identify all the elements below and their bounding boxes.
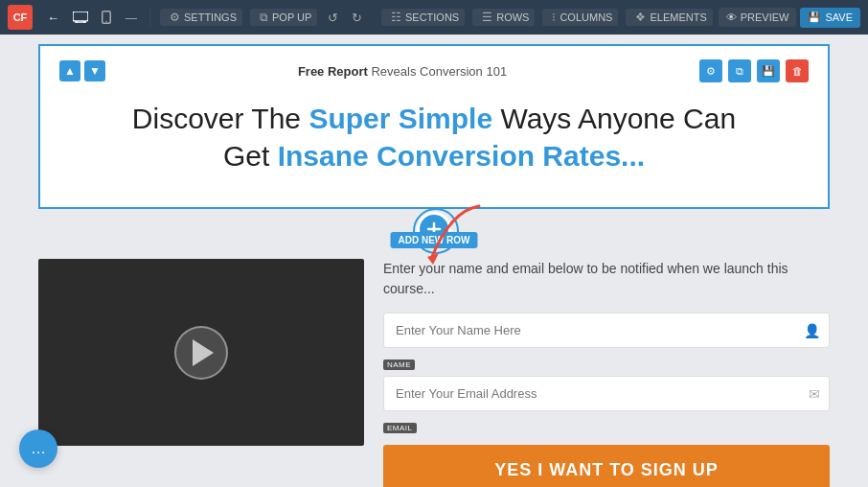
name-badge: NAME [383, 354, 830, 376]
chat-bubble[interactable]: … [19, 429, 57, 468]
add-row-area: ADD NEW ROW [38, 209, 830, 249]
svg-point-5 [105, 21, 107, 23]
redo-button[interactable]: ↻ [347, 8, 367, 28]
email-badge: EMAIL [383, 417, 830, 439]
section-arrows: ▲ ▼ [59, 60, 105, 81]
save-icon: 💾 [808, 12, 821, 24]
headline-section: ▲ ▼ Free Report Reveals Conversion 101 ⚙… [38, 44, 830, 209]
rows-icon: ☰ [482, 11, 492, 24]
copy-icon-btn[interactable]: ⧉ [728, 59, 751, 82]
save-button[interactable]: 💾 SAVE [800, 8, 860, 28]
main-content: ▲ ▼ Free Report Reveals Conversion 101 ⚙… [0, 35, 868, 487]
email-input[interactable] [383, 376, 830, 411]
chat-icon: … [31, 440, 46, 457]
video-column [38, 259, 364, 446]
submit-button[interactable]: YES I WANT TO SIGN UP [383, 445, 830, 487]
content-row: Enter your name and email below to be no… [38, 259, 830, 487]
toolbar: CF ← ⸻ ⚙ SETTINGS ⧉ POP UP ↺ ↻ ☷ SECTION… [0, 0, 868, 35]
email-field-wrap: ✉ [383, 376, 830, 411]
name-input[interactable] [383, 313, 830, 348]
divider [149, 8, 150, 27]
svg-rect-0 [73, 12, 88, 21]
settings-icon-btn[interactable]: ⚙ [699, 59, 722, 82]
logo: CF [8, 5, 33, 30]
save-icon-btn[interactable]: 💾 [757, 59, 780, 82]
video-thumbnail[interactable] [38, 259, 364, 446]
back-button[interactable]: ← [42, 8, 64, 28]
headline-text: Discover The Super Simple Ways Anyone Ca… [59, 100, 809, 174]
popup-group[interactable]: ⧉ POP UP [250, 9, 317, 26]
rows-group[interactable]: ☰ ROWS [472, 9, 535, 26]
toolbar-right: ☷ SECTIONS ☰ ROWS ⁝ COLUMNS ❖ ELEMENTS 👁… [379, 8, 860, 28]
preview-icon: 👁 [726, 12, 737, 23]
section-top-label: Free Report Reveals Conversion 101 [105, 64, 699, 79]
headline-block: Discover The Super Simple Ways Anyone Ca… [59, 90, 809, 188]
email-icon: ✉ [809, 386, 820, 402]
mobile-view-button[interactable] [97, 8, 116, 27]
sections-icon: ☷ [391, 11, 401, 24]
form-column: Enter your name and email below to be no… [383, 259, 830, 487]
add-row-label: ADD NEW ROW [391, 232, 478, 248]
section-controls: ▲ ▼ Free Report Reveals Conversion 101 ⚙… [59, 59, 809, 82]
elements-group[interactable]: ❖ ELEMENTS [626, 9, 712, 26]
move-up-button[interactable]: ▲ [59, 60, 80, 81]
elements-icon: ❖ [635, 11, 646, 24]
element-tool-button[interactable]: ⸻ [120, 8, 142, 28]
delete-icon-btn[interactable]: 🗑 [786, 59, 809, 82]
columns-icon: ⁝ [552, 11, 556, 24]
columns-group[interactable]: ⁝ COLUMNS [542, 9, 618, 26]
move-down-button[interactable]: ▼ [84, 60, 105, 81]
sections-group[interactable]: ☷ SECTIONS [381, 9, 465, 26]
settings-icon: ⚙ [170, 11, 180, 24]
preview-button[interactable]: 👁 PREVIEW [719, 8, 797, 27]
person-icon: 👤 [804, 323, 820, 338]
section-top-icons: ⚙ ⧉ 💾 🗑 [699, 59, 809, 82]
form-description: Enter your name and email below to be no… [383, 259, 830, 299]
play-button[interactable] [174, 326, 228, 380]
name-field-wrap: 👤 [383, 313, 830, 348]
undo-button[interactable]: ↺ [323, 8, 343, 28]
popup-icon: ⧉ [260, 11, 268, 24]
desktop-view-button[interactable] [68, 9, 93, 26]
play-triangle-icon [193, 339, 214, 366]
settings-group[interactable]: ⚙ SETTINGS [160, 9, 242, 26]
